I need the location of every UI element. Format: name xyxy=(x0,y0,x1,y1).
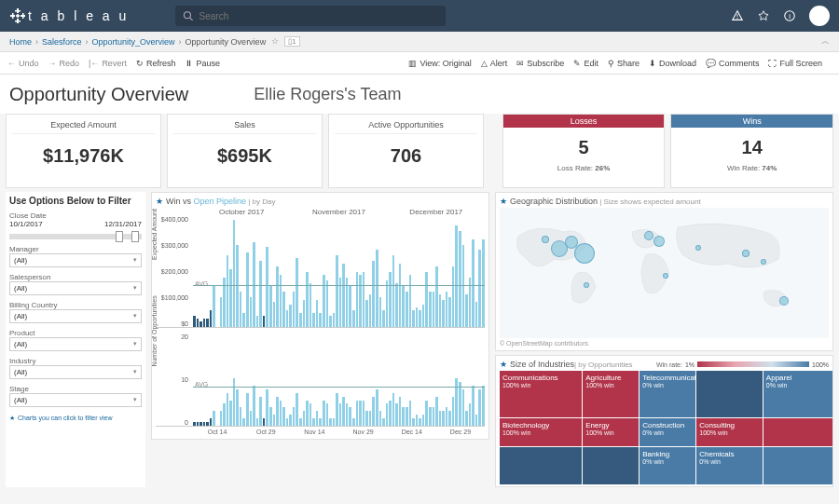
bar[interactable] xyxy=(316,300,319,328)
bar[interactable] xyxy=(296,258,298,327)
bar[interactable] xyxy=(256,316,259,327)
bar[interactable] xyxy=(333,313,336,327)
bar[interactable] xyxy=(199,321,202,327)
bar[interactable] xyxy=(395,403,398,426)
bar[interactable] xyxy=(286,418,289,426)
bar[interactable] xyxy=(323,401,325,426)
bar[interactable] xyxy=(465,411,468,426)
bar[interactable] xyxy=(448,411,451,426)
bar[interactable] xyxy=(326,403,329,426)
kpi-expected[interactable]: Expected Amount $11,976K xyxy=(6,114,161,188)
bar[interactable] xyxy=(412,418,415,426)
bar[interactable] xyxy=(482,239,485,327)
bar[interactable] xyxy=(363,272,365,327)
bar[interactable] xyxy=(229,401,232,426)
fullscreen-button[interactable]: ⛶ Full Screen xyxy=(768,59,822,68)
bar[interactable] xyxy=(475,302,478,327)
bar[interactable] xyxy=(416,307,419,327)
bar[interactable] xyxy=(309,403,312,426)
bar[interactable] xyxy=(442,300,445,328)
bar[interactable] xyxy=(296,393,298,426)
bar[interactable] xyxy=(286,310,289,327)
bar[interactable] xyxy=(227,393,229,426)
bar[interactable] xyxy=(386,403,389,426)
bar[interactable] xyxy=(439,411,442,426)
treemap-cell[interactable]: Agriculture100% win xyxy=(583,371,639,417)
revert-button[interactable]: |← Revert xyxy=(89,59,127,68)
bar[interactable] xyxy=(352,418,355,426)
win-pipeline-chart[interactable]: ★Win vs Open Pipeline | by Day October 2… xyxy=(151,192,489,440)
treemap-cell[interactable]: Communications100% win xyxy=(500,371,582,417)
bar[interactable] xyxy=(326,280,329,327)
bar[interactable] xyxy=(349,286,351,327)
bar[interactable] xyxy=(220,411,223,426)
bar[interactable] xyxy=(389,272,392,327)
search-input[interactable] xyxy=(199,11,439,21)
alert-button[interactable]: △ Alert xyxy=(481,59,508,68)
tab-count[interactable]: ▯1 xyxy=(284,36,299,47)
bar[interactable] xyxy=(442,411,445,426)
bar[interactable] xyxy=(273,415,276,426)
bar[interactable] xyxy=(236,389,239,426)
bar[interactable] xyxy=(250,411,253,426)
bar[interactable] xyxy=(402,407,405,426)
bar[interactable] xyxy=(372,397,375,426)
treemap-cell[interactable]: Banking0% win xyxy=(640,447,695,484)
bar[interactable] xyxy=(289,305,292,327)
bar[interactable] xyxy=(465,294,468,327)
bar[interactable] xyxy=(363,401,365,426)
bar[interactable] xyxy=(246,252,249,327)
bar[interactable] xyxy=(259,261,262,327)
treemap[interactable]: Communications100% winAgriculture100% wi… xyxy=(500,371,829,484)
bar[interactable] xyxy=(376,250,378,327)
bar[interactable] xyxy=(263,418,266,426)
bar[interactable] xyxy=(459,382,461,426)
bar[interactable] xyxy=(342,397,345,426)
bar[interactable] xyxy=(339,403,342,426)
bar[interactable] xyxy=(365,300,368,328)
bar[interactable] xyxy=(346,403,349,426)
bar[interactable] xyxy=(229,269,232,327)
bar[interactable] xyxy=(448,297,451,327)
bar[interactable] xyxy=(478,389,481,426)
treemap-cell[interactable]: Energy100% win xyxy=(583,418,639,446)
bar[interactable] xyxy=(435,397,438,426)
kpi-wins[interactable]: Wins 14 Win Rate: 74% xyxy=(670,114,833,188)
bar[interactable] xyxy=(246,393,249,426)
bc-overview-wb[interactable]: Opportunity_Overview xyxy=(92,37,175,47)
bar[interactable] xyxy=(227,255,229,327)
filter-stage[interactable]: (All)▾ xyxy=(9,393,142,407)
bar[interactable] xyxy=(382,418,385,426)
pause-button[interactable]: ⏸ Pause xyxy=(185,59,220,68)
bar[interactable] xyxy=(253,386,255,426)
bar[interactable] xyxy=(210,310,213,327)
bar[interactable] xyxy=(425,401,428,426)
bar[interactable] xyxy=(399,397,402,426)
bc-home[interactable]: Home xyxy=(9,37,32,47)
bar[interactable] xyxy=(365,411,368,426)
bar[interactable] xyxy=(416,415,419,426)
bar[interactable] xyxy=(203,422,206,426)
bar[interactable] xyxy=(446,407,448,426)
bar[interactable] xyxy=(422,305,425,327)
bar[interactable] xyxy=(319,313,322,327)
bar[interactable] xyxy=(293,292,296,327)
bar[interactable] xyxy=(386,280,389,327)
bar[interactable] xyxy=(197,422,199,426)
bar[interactable] xyxy=(389,401,392,426)
collapse-icon[interactable]: ︿ xyxy=(821,35,830,48)
bar[interactable] xyxy=(409,401,412,426)
treemap-cell[interactable]: Biotechnology100% win xyxy=(500,418,582,446)
bar[interactable] xyxy=(213,411,215,426)
bar[interactable] xyxy=(406,407,408,426)
bar[interactable] xyxy=(309,283,312,327)
bar[interactable] xyxy=(478,250,481,327)
download-button[interactable]: ⬇ Download xyxy=(649,59,696,68)
bar[interactable] xyxy=(197,319,199,327)
logo[interactable]: t a b l e a u xyxy=(9,7,129,24)
bar[interactable] xyxy=(303,300,306,328)
bar[interactable] xyxy=(452,266,455,327)
bar[interactable] xyxy=(412,310,415,327)
bar[interactable] xyxy=(282,292,285,327)
bar[interactable] xyxy=(299,313,302,327)
